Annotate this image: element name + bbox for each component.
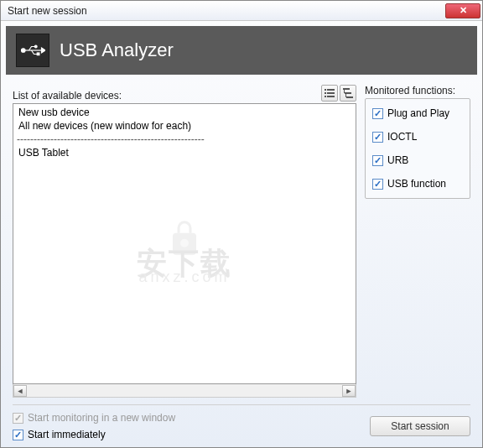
- svg-rect-8: [327, 92, 335, 94]
- checkbox-icon[interactable]: [13, 430, 23, 440]
- svg-rect-7: [325, 92, 326, 94]
- titlebar-text: Start new session: [8, 5, 87, 17]
- checkbox-label: USB function: [387, 178, 446, 190]
- close-icon: ✕: [460, 5, 467, 16]
- svg-rect-15: [345, 94, 346, 97]
- watermark: 安下载 anxz.com: [137, 217, 232, 283]
- svg-rect-12: [345, 92, 351, 94]
- svg-rect-10: [327, 96, 335, 97]
- header-band: USB Analyzer: [6, 26, 477, 75]
- device-list[interactable]: New usb device All new devices (new wind…: [13, 103, 356, 384]
- view-tree-button[interactable]: [340, 85, 356, 102]
- svg-marker-2: [42, 48, 46, 53]
- checkbox-start-immediately[interactable]: Start immediately: [13, 429, 175, 440]
- device-list-header: List of available devices:: [13, 85, 356, 102]
- svg-rect-14: [344, 90, 345, 93]
- list-item[interactable]: New usb device: [17, 106, 352, 119]
- svg-rect-6: [327, 89, 335, 91]
- svg-rect-4: [37, 53, 39, 55]
- svg-rect-13: [346, 96, 353, 98]
- titlebar: Start new session ✕: [1, 1, 482, 21]
- list-item[interactable]: USB Tablet: [17, 146, 352, 159]
- monitored-column: Monitored functions: Plug and Play IOCTL…: [365, 85, 470, 398]
- device-list-label: List of available devices:: [13, 90, 122, 102]
- device-list-column: List of available devices: New usb devic…: [13, 85, 356, 398]
- close-button[interactable]: ✕: [445, 3, 480, 18]
- tree-icon: [343, 88, 353, 98]
- checkbox-label: Plug and Play: [387, 107, 449, 119]
- bottom-options: Start monitoring in a new window Start i…: [13, 412, 175, 440]
- checkbox-label: Start immediately: [28, 429, 106, 440]
- monitored-label: Monitored functions:: [365, 85, 470, 96]
- checkbox-icon[interactable]: [372, 132, 383, 143]
- checkbox-icon: [13, 413, 23, 424]
- checkbox-label: Start monitoring in a new window: [28, 412, 175, 424]
- scroll-left-icon[interactable]: ◄: [13, 385, 27, 397]
- checkbox-icon[interactable]: [372, 108, 383, 119]
- svg-point-3: [34, 45, 37, 48]
- checkbox-plug-and-play[interactable]: Plug and Play: [372, 107, 463, 119]
- monitored-functions-box: Plug and Play IOCTL URB USB function: [365, 98, 470, 199]
- view-buttons: [321, 85, 356, 102]
- top-row: List of available devices: New usb devic…: [13, 85, 470, 398]
- list-separator: ----------------------------------------…: [17, 133, 352, 146]
- list-icon: [325, 88, 335, 98]
- usb-icon: [16, 34, 49, 67]
- horizontal-scrollbar[interactable]: ◄ ►: [13, 384, 356, 398]
- svg-rect-5: [325, 89, 326, 91]
- checkbox-new-window: Start monitoring in a new window: [13, 412, 175, 424]
- checkbox-icon[interactable]: [372, 155, 383, 166]
- content-area: List of available devices: New usb devic…: [1, 75, 482, 447]
- checkbox-label: IOCTL: [387, 131, 417, 143]
- scroll-right-icon[interactable]: ►: [342, 385, 356, 397]
- start-session-button[interactable]: Start session: [370, 416, 470, 436]
- svg-point-16: [180, 238, 189, 247]
- dialog-window: Start new session ✕ USB Analyzer List of…: [0, 0, 483, 448]
- checkbox-icon[interactable]: [372, 179, 383, 190]
- svg-point-0: [22, 49, 26, 53]
- checkbox-ioctl[interactable]: IOCTL: [372, 131, 463, 143]
- svg-rect-11: [343, 88, 350, 90]
- list-item[interactable]: All new devices (new window for each): [17, 119, 352, 133]
- checkbox-label: URB: [387, 154, 408, 166]
- bottom-row: Start monitoring in a new window Start i…: [13, 404, 470, 440]
- checkbox-urb[interactable]: URB: [372, 154, 463, 166]
- view-list-button[interactable]: [321, 85, 338, 102]
- app-title: USB Analyzer: [60, 39, 174, 61]
- checkbox-usb-function[interactable]: USB function: [372, 178, 463, 190]
- svg-rect-9: [325, 96, 326, 97]
